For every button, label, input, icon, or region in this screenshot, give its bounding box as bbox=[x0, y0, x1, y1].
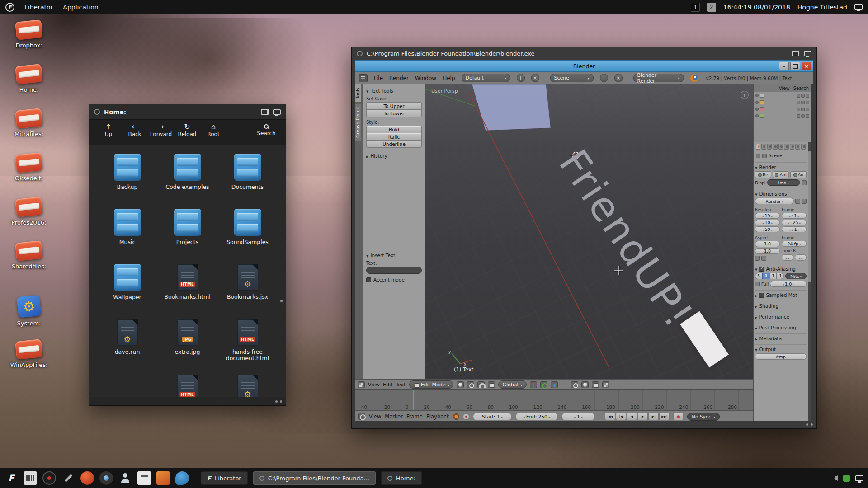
outliner-view-menu[interactable]: View bbox=[779, 86, 790, 91]
disclosure-icon[interactable] bbox=[755, 94, 759, 97]
tab-modifiers[interactable] bbox=[790, 144, 794, 150]
timeline-ruler[interactable]: -40 -20 0 20 40 60 80 100 120 140 160 18… bbox=[355, 389, 753, 410]
menu-liberator[interactable]: Liberator bbox=[24, 4, 53, 11]
prev-keyframe-button[interactable] bbox=[616, 413, 626, 420]
outliner-row[interactable] bbox=[754, 99, 811, 106]
aa-samples-16[interactable]: 1 bbox=[777, 273, 784, 279]
lock-interface-toggle[interactable] bbox=[802, 180, 807, 185]
selectability-icon[interactable] bbox=[801, 108, 805, 111]
widget-icon[interactable] bbox=[843, 475, 850, 482]
scene-select[interactable]: Scene bbox=[550, 74, 594, 82]
outliner-row[interactable] bbox=[754, 92, 811, 99]
manipulator-scale-icon[interactable] bbox=[551, 381, 558, 388]
panel-history[interactable]: History bbox=[366, 153, 422, 159]
snap-element-icon[interactable] bbox=[488, 381, 495, 388]
messenger-app-icon[interactable] bbox=[175, 471, 189, 485]
outliner-row[interactable] bbox=[754, 106, 811, 113]
task-blender[interactable]: C:\Program Files\Blender Founda... bbox=[253, 471, 376, 485]
fullscreen-icon[interactable] bbox=[273, 109, 281, 115]
manipulator-translate-icon[interactable] bbox=[530, 381, 537, 388]
aa-samples-11[interactable]: 1 bbox=[769, 273, 777, 279]
file-item-clipped-1[interactable]: HTML bbox=[157, 372, 217, 398]
editor-type-icon[interactable] bbox=[358, 413, 365, 420]
proportional-edit-icon[interactable] bbox=[571, 381, 578, 388]
tab-grease-pencil[interactable]: Grease Pencil bbox=[355, 104, 361, 141]
pin-icon[interactable] bbox=[756, 154, 760, 158]
maximize-button[interactable] bbox=[790, 62, 800, 70]
filter-size-field[interactable]: 1.0 bbox=[770, 281, 807, 287]
pivot-select-icon[interactable] bbox=[467, 381, 474, 388]
tab-constraints[interactable] bbox=[784, 144, 788, 150]
back-button[interactable]: Back bbox=[122, 123, 148, 137]
crop-checkbox[interactable] bbox=[761, 256, 766, 261]
file-manager-titlebar[interactable]: Home: bbox=[89, 104, 286, 120]
file-item-music[interactable]: Music bbox=[97, 207, 157, 262]
outliner-row[interactable] bbox=[754, 113, 811, 119]
task-home[interactable]: Home: bbox=[381, 471, 422, 485]
tab-render[interactable] bbox=[756, 144, 760, 150]
menu-render[interactable]: Render bbox=[389, 75, 409, 81]
visibility-icon[interactable] bbox=[797, 101, 800, 104]
friend-logo-icon[interactable] bbox=[5, 3, 14, 12]
panel-render[interactable]: Render bbox=[755, 162, 807, 170]
autokey-icon[interactable] bbox=[453, 413, 459, 420]
snap-magnet-icon[interactable] bbox=[477, 381, 485, 388]
workspace-2-button[interactable]: 2 bbox=[707, 3, 716, 12]
tab-object[interactable] bbox=[778, 144, 783, 150]
aspect-x-field[interactable]: 1.0 bbox=[755, 241, 780, 247]
blender-window-titlebar[interactable]: C:\Program Files\Blender Foundation\Blen… bbox=[352, 47, 816, 60]
friend-menu-icon[interactable] bbox=[5, 471, 18, 485]
panel-performance[interactable]: Performance bbox=[755, 312, 807, 319]
tl-menu-frame[interactable]: Frame bbox=[406, 413, 423, 420]
frame-start-field[interactable]: : 1 bbox=[782, 213, 807, 219]
accent-mode-checkbox[interactable] bbox=[366, 277, 371, 282]
file-item-code-examples[interactable]: Code examples bbox=[157, 152, 217, 207]
frame-step-field[interactable]: : 1 bbox=[782, 226, 807, 232]
disclosure-icon[interactable] bbox=[755, 114, 759, 117]
border-checkbox[interactable] bbox=[755, 256, 760, 261]
delete-scene-button[interactable]: × bbox=[614, 74, 623, 82]
file-item-clipped-2[interactable] bbox=[217, 372, 278, 398]
workspace-1-button[interactable]: 1 bbox=[691, 3, 700, 12]
panel-text-tools[interactable]: Text Tools bbox=[366, 88, 422, 94]
selectability-icon[interactable] bbox=[801, 94, 805, 98]
desktop-icon-winappfiles[interactable]: WinAppFiles: bbox=[4, 340, 54, 368]
to-upper-button[interactable]: To Upper bbox=[366, 102, 422, 110]
insert-text-input[interactable] bbox=[366, 267, 422, 274]
terminal-app-icon[interactable] bbox=[24, 471, 37, 485]
contacts-app-icon[interactable] bbox=[118, 471, 132, 485]
properties-scrollbar[interactable] bbox=[808, 142, 811, 422]
desktop-icon-dropbox[interactable]: Dropbox: bbox=[4, 21, 54, 49]
editor-type-icon[interactable] bbox=[359, 74, 368, 82]
renderability-icon[interactable] bbox=[806, 108, 809, 111]
fps-select[interactable]: 24 fp bbox=[782, 241, 807, 247]
search-button[interactable]: Search bbox=[253, 123, 279, 136]
recorder-app-icon[interactable] bbox=[42, 471, 56, 485]
file-item-wallpaper[interactable]: Wallpaper bbox=[97, 262, 157, 317]
mode-select[interactable]: Edit Mode bbox=[409, 380, 454, 389]
root-button[interactable]: Root bbox=[200, 123, 226, 137]
printer-app-icon[interactable] bbox=[137, 471, 151, 485]
desktop-icon-sharedfiles[interactable]: Sharedfiles: bbox=[4, 242, 54, 270]
vp-menu-text[interactable]: Text bbox=[396, 382, 406, 388]
editor-type-icon[interactable] bbox=[756, 86, 760, 90]
tl-menu-view[interactable]: View bbox=[369, 413, 381, 420]
disclosure-icon[interactable] bbox=[755, 108, 759, 111]
current-frame-field[interactable]: 1 bbox=[561, 413, 595, 421]
blender-app-titlebar[interactable]: Blender bbox=[355, 60, 813, 72]
desktop-icon-mitrafiles[interactable]: Mitrafiles: bbox=[4, 109, 54, 137]
add-scene-button[interactable]: + bbox=[600, 74, 608, 82]
panel-metadata[interactable]: Metadata bbox=[755, 333, 807, 341]
audio-button[interactable]: Au bbox=[790, 171, 807, 178]
display-icon[interactable] bbox=[854, 4, 863, 10]
to-lower-button[interactable]: To Lower bbox=[366, 109, 422, 117]
tab-tools[interactable]: Tools bbox=[355, 84, 361, 102]
display-icon[interactable] bbox=[855, 475, 863, 481]
frame-end-field[interactable]: End: 250 bbox=[515, 413, 558, 421]
desktop-icon-profes2016[interactable]: Profes2016: bbox=[4, 198, 54, 226]
outliner-search-menu[interactable]: Search bbox=[793, 86, 809, 91]
file-item-projects[interactable]: Projects bbox=[157, 207, 217, 262]
vp-menu-edit[interactable]: Edit bbox=[383, 382, 392, 388]
display-select[interactable]: Ima bbox=[767, 179, 800, 186]
shading-select-icon[interactable] bbox=[457, 381, 464, 388]
